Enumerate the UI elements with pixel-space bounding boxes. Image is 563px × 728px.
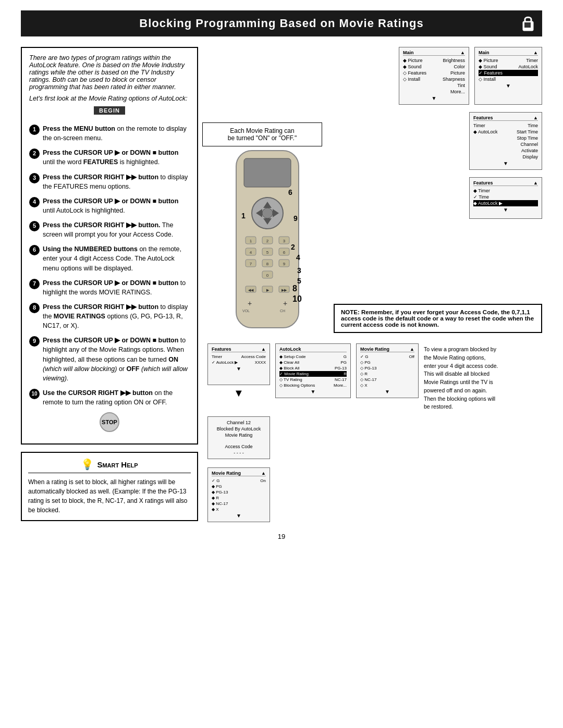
svg-text:CH: CH: [280, 309, 285, 313]
step-num-7: 7: [29, 279, 40, 289]
smart-help-title: 💡 Smart Help: [28, 458, 191, 473]
svg-text:◀◀: ◀◀: [248, 288, 254, 292]
step-text-10: Use the CURSOR RIGHT ▶▶ button on the re…: [43, 388, 190, 407]
step-10: 10 Use the CURSOR RIGHT ▶▶ button on the…: [29, 388, 190, 407]
note-bold-box: NOTE: Remember, if you ever forget your …: [334, 304, 542, 333]
screen4-row3-hl: ◆ AutoLock ▶: [473, 200, 538, 206]
page-number: 19: [21, 533, 542, 540]
step-text-2: Press the CURSOR UP ▶ or DOWN ■ button u…: [43, 148, 190, 167]
screen-features-autolock: Features▲ ◆ Timer ✓ Time ◆ AutoLock ▶ ▼: [469, 177, 542, 219]
smart-help-text: When a rating is set to block, all highe…: [28, 477, 191, 515]
screen9-title: Movie Rating▲: [212, 471, 266, 476]
step-8: 8 Press the CURSOR RIGHT ▶▶ button to di…: [29, 302, 190, 330]
step-4: 4 Press the CURSOR UP ▶ or DOWN ■ button…: [29, 196, 190, 215]
screen3-row6: Display: [473, 154, 538, 160]
step-num-3: 3: [29, 173, 40, 183]
step-text-4: Press the CURSOR UP ▶ or DOWN ■ button u…: [43, 196, 190, 215]
step-text-1: Press the MENU button on the remote to d…: [43, 124, 190, 143]
step-7: 7 Press the CURSOR UP ▶ or DOWN ■ button…: [29, 278, 190, 297]
intro-box: There are two types of program ratings w…: [21, 47, 198, 445]
svg-text:VOL: VOL: [242, 309, 250, 313]
step-1: 1 Press the MENU button on the remote to…: [29, 124, 190, 143]
step-3: 3 Press the CURSOR RIGHT ▶▶ button to di…: [29, 172, 190, 191]
screen7-row3: ◆ Block AllPG-13: [279, 365, 347, 371]
step-text-6: Using the NUMBERED buttons on the remote…: [43, 244, 190, 273]
step-9: 9 Press the CURSOR UP ▶ or DOWN ■ button…: [29, 336, 190, 383]
step-2: 2 Press the CURSOR UP ▶ or DOWN ■ button…: [29, 148, 190, 167]
screen8-row2: ◇ PG: [360, 360, 414, 365]
svg-text:4: 4: [296, 253, 300, 262]
screen9-row4: ◆ R: [212, 495, 266, 501]
svg-text:1: 1: [250, 239, 252, 243]
svg-text:0: 0: [266, 273, 269, 278]
screen7-title: AutoLock: [279, 347, 347, 352]
svg-text:4: 4: [250, 250, 252, 255]
step-num-10: 10: [29, 389, 40, 399]
screen2-row1: ◆ PictureTimer: [479, 57, 538, 64]
step-num-6: 6: [29, 245, 40, 255]
screen7-row4-hl: ✓ Movie RatingR: [279, 371, 347, 377]
svg-rect-2: [527, 22, 529, 28]
blocked-spacer: [212, 438, 266, 443]
right-column: Main▲ ◆ PictureBrightness ◆ SoundColor ◇…: [207, 47, 542, 522]
svg-text:7: 7: [250, 262, 252, 266]
screen-main-picture: Main▲ ◆ PictureBrightness ◆ SoundColor ◇…: [399, 47, 469, 105]
svg-rect-3: [529, 22, 531, 28]
svg-text:1: 1: [241, 212, 246, 220]
step-text-7: Press the CURSOR UP ▶ or DOWN ■ button t…: [43, 278, 190, 297]
screen9-row5: ◆ NC-17: [212, 501, 266, 507]
screen-main-autolock: Main▲ ◆ PictureTimer ◆ SoundAutoLock ✓ F…: [474, 47, 542, 105]
svg-text:5: 5: [297, 277, 301, 285]
screen5-arrow: ▼: [212, 365, 266, 372]
screen-features-timer: Features▲ TimerTime ◆ AutoLockStart Time…: [469, 112, 542, 170]
screen9-row6: ◆ X: [212, 507, 266, 512]
svg-text:3: 3: [283, 239, 286, 243]
svg-text:6: 6: [288, 188, 292, 196]
step-num-8: 8: [29, 303, 40, 313]
right-screens: Features▲ TimerTime ◆ AutoLockStart Time…: [334, 112, 542, 333]
left-column: There are two types of program ratings w…: [21, 47, 198, 522]
page-container: Blocking Programming Based on Movie Rati…: [0, 0, 563, 728]
screen3-row3: Stop Time: [473, 135, 538, 141]
screen1-row5: Tint: [403, 82, 465, 89]
svg-text:8: 8: [266, 262, 269, 266]
step-num-5: 5: [29, 221, 40, 231]
step-6: 6 Using the NUMBERED buttons on the remo…: [29, 244, 190, 273]
bottom-note-text: To view a program blocked by the Movie R…: [424, 343, 499, 411]
intro-paragraph1: There are two types of program ratings w…: [29, 54, 190, 91]
svg-rect-1: [524, 22, 527, 28]
screen9-row1: ✓ GOn: [212, 478, 266, 484]
steps-list: 1 Press the MENU button on the remote to…: [29, 124, 190, 407]
svg-text:▶▶: ▶▶: [282, 288, 287, 292]
screen5-title: Features▲: [212, 347, 266, 352]
screen8-title: Movie Rating▲: [360, 347, 414, 352]
screen3-row4: Channel: [473, 141, 538, 147]
screen3-title: Features▲: [473, 115, 538, 121]
note-bold-text: NOTE: Remember, if you ever forget your …: [341, 309, 534, 328]
screen7-row2: ◆ Clear AllPG: [279, 360, 347, 365]
screen1-arrow: ▼: [403, 95, 465, 102]
screen-access-code-xxxx: Features▲ TimerAccess Code ✓ AutoLock ▶X…: [207, 343, 270, 385]
screen4-row1: ◆ Timer: [473, 188, 538, 194]
screen2-row3-highlighted: ✓ Features: [479, 70, 538, 76]
screen9-row2: ◆ PG: [212, 484, 266, 489]
page-num-value: 19: [278, 533, 285, 540]
svg-point-11: [262, 208, 273, 218]
screen1-row4: ◇ InstallSharpness: [403, 76, 465, 82]
arrow-down-1: ▼: [234, 387, 244, 399]
begin-badge: BEGIN: [94, 106, 125, 115]
bulb-icon: 💡: [81, 458, 94, 471]
screen4-title: Features▲: [473, 180, 538, 186]
screen1-row3: ◇ FeaturesPicture: [403, 70, 465, 76]
svg-text:6: 6: [283, 250, 286, 255]
stop-badge-container: STOP: [29, 412, 190, 432]
lock-icon: [520, 14, 536, 33]
svg-text:2: 2: [266, 239, 269, 243]
page-title: Blocking Programming Based on Movie Rati…: [139, 17, 423, 30]
step-text-8: Press the CURSOR RIGHT ▶▶ button to disp…: [43, 302, 190, 330]
screen7-row5: ◇ TV RatingNC-17: [279, 377, 347, 382]
screen8-arrow: ▼: [360, 388, 414, 395]
remote-control: 1 2 3 4 5 6 7 8: [215, 145, 320, 333]
screen8-row6: ◇ X: [360, 382, 414, 388]
step-text-9: Press the CURSOR UP ▶ or DOWN ■ button t…: [43, 336, 190, 383]
